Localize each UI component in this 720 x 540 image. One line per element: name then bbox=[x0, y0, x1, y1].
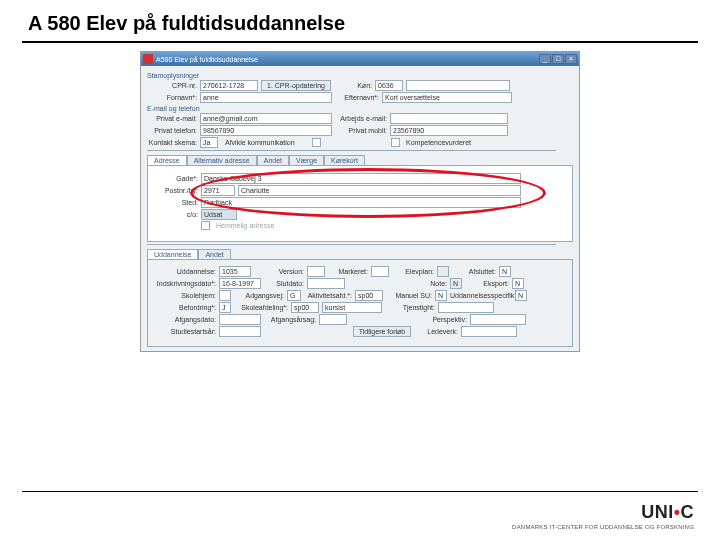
brand-uni: UNI bbox=[641, 502, 674, 522]
close-button[interactable]: × bbox=[565, 54, 577, 64]
address-tab-body: Gade*: Danske Gadevej 3 Postnr./by: 2971… bbox=[147, 165, 573, 242]
stam-group-label: Stamoplysninger bbox=[147, 72, 573, 79]
manual-input[interactable]: N bbox=[435, 290, 447, 301]
title-underline bbox=[22, 41, 698, 43]
mark-label: Markeret: bbox=[328, 268, 368, 275]
tab-adresse[interactable]: Adresse bbox=[147, 155, 187, 165]
skhj-input[interactable] bbox=[219, 290, 231, 301]
brand-dot-icon: • bbox=[674, 502, 681, 522]
hem-label: Hemmelig adresse bbox=[213, 222, 274, 229]
ledeverk-input[interactable] bbox=[461, 326, 517, 337]
kontakt-label: Kontakt skema: bbox=[147, 139, 197, 146]
cpr-input[interactable]: 270612-1728 bbox=[200, 80, 258, 91]
brand-subtitle: DANMARKS IT-CENTER FOR UDDANNELSE OG FOR… bbox=[512, 524, 694, 530]
window-buttons: _ □ × bbox=[539, 54, 577, 64]
privtlf-input[interactable]: 98567890 bbox=[200, 125, 332, 136]
tab-alt-adresse[interactable]: Alternativ adresse bbox=[187, 155, 257, 165]
cpr-update-button[interactable]: 1. CPR-opdatering bbox=[261, 80, 331, 91]
stam-panel: Stamoplysninger CPR-nr. 270612-1728 1. C… bbox=[141, 66, 579, 351]
adg-label: Adgangsvej: bbox=[234, 292, 284, 299]
afv-checkbox[interactable] bbox=[312, 138, 321, 147]
efternavn-label: Efternavn*: bbox=[335, 94, 379, 101]
kontakt-input[interactable]: Ja bbox=[200, 137, 218, 148]
privatmail-input[interactable]: anne@gmail.com bbox=[200, 113, 332, 124]
tab-vaerge[interactable]: Værge bbox=[289, 155, 324, 165]
slut-input[interactable] bbox=[307, 278, 345, 289]
kursist-input[interactable]: kursist bbox=[322, 302, 382, 313]
udd-input[interactable]: 1035 bbox=[219, 266, 251, 277]
tjenst-label: Tjenstight: bbox=[385, 304, 435, 311]
udd-label: Uddannelse: bbox=[154, 268, 216, 275]
hem-checkbox[interactable] bbox=[201, 221, 210, 230]
bef-input[interactable]: J bbox=[219, 302, 231, 313]
komp-checkbox[interactable] bbox=[391, 138, 400, 147]
kon-label: Køn: bbox=[334, 82, 372, 89]
elevplan-input[interactable] bbox=[437, 266, 449, 277]
adg-input[interactable]: G bbox=[287, 290, 301, 301]
by-input[interactable]: Charlotte bbox=[238, 185, 521, 196]
tab-udd-andet[interactable]: Andet bbox=[198, 249, 230, 259]
postnr-label: Postnr./by: bbox=[152, 187, 198, 194]
address-tabs: Adresse Alternativ adresse Andet Værge K… bbox=[147, 155, 573, 165]
ver-input[interactable] bbox=[307, 266, 325, 277]
minimize-button[interactable]: _ bbox=[539, 54, 551, 64]
efternavn-input[interactable]: Kort oversættelse bbox=[382, 92, 512, 103]
aktiv-input[interactable]: sp00 bbox=[355, 290, 383, 301]
tjenst-input[interactable] bbox=[438, 302, 494, 313]
ele-label: Eksport: bbox=[465, 280, 509, 287]
cpr-label: CPR-nr. bbox=[147, 82, 197, 89]
mail-group-label: E-mail og telefon bbox=[147, 105, 573, 112]
afsl-input[interactable]: N bbox=[499, 266, 511, 277]
arbmail-input[interactable] bbox=[390, 113, 508, 124]
tab-uddannelse[interactable]: Uddannelse bbox=[147, 249, 198, 259]
skhj-label: Skolehjem: bbox=[154, 292, 216, 299]
stud-input[interactable] bbox=[219, 326, 261, 337]
co-label: c/o: bbox=[152, 211, 198, 218]
fornavn-label: Fornavn*: bbox=[147, 94, 197, 101]
elevplan-label: Elevplan: bbox=[392, 268, 434, 275]
note-input[interactable]: N bbox=[450, 278, 462, 289]
ind-label: Indskrivningsdato*: bbox=[154, 280, 216, 287]
sted-input[interactable]: Rødback bbox=[201, 197, 521, 208]
komp-label: Kompetencevurderet bbox=[403, 139, 471, 146]
tab-korekort[interactable]: Kørekort bbox=[324, 155, 365, 165]
afsl-label: Afsluttet: bbox=[452, 268, 496, 275]
privmob-input[interactable]: 23567890 bbox=[390, 125, 508, 136]
arbmail-label: Arbejds e-mail: bbox=[335, 115, 387, 122]
co-input[interactable]: Udsat bbox=[201, 209, 237, 220]
perspektiv-label: Perspektiv: bbox=[417, 316, 467, 323]
gade-input[interactable]: Danske Gadevej 3 bbox=[201, 173, 521, 184]
ind-input[interactable]: 16-8-1997 bbox=[219, 278, 261, 289]
perspektiv-input[interactable] bbox=[470, 314, 526, 325]
footer: UNI•C DANMARKS IT-CENTER FOR UDDANNELSE … bbox=[512, 502, 694, 530]
skolespec-input[interactable]: N bbox=[515, 290, 527, 301]
maximize-button[interactable]: □ bbox=[552, 54, 564, 64]
udd-tabs: Uddannelse Andet bbox=[147, 249, 573, 259]
mark-input[interactable] bbox=[371, 266, 389, 277]
fornavn-input[interactable]: anne bbox=[200, 92, 332, 103]
app-icon bbox=[143, 54, 153, 64]
stud-label: Studiestartsår: bbox=[154, 328, 216, 335]
skoleafd-input[interactable]: sp00 bbox=[291, 302, 319, 313]
app-window: A580 Elev på fuldtidsuddannelse _ □ × St… bbox=[140, 51, 580, 352]
skoleafd-label: Skoleafdeling*: bbox=[234, 304, 288, 311]
slide-title: A 580 Elev på fuldtidsuddannelse bbox=[0, 0, 720, 41]
sted-label: Sted: bbox=[152, 199, 198, 206]
afgaars-input[interactable] bbox=[319, 314, 347, 325]
divider-2 bbox=[147, 244, 556, 245]
afgaars-label: Afgangsårsag: bbox=[264, 316, 316, 323]
ledeverk-label: Ledeverk: bbox=[414, 328, 458, 335]
tab-andet[interactable]: Andet bbox=[257, 155, 289, 165]
brand-logo: UNI•C bbox=[512, 502, 694, 523]
afg-input[interactable] bbox=[219, 314, 261, 325]
privtlf-label: Privat telefon: bbox=[147, 127, 197, 134]
kon-text[interactable] bbox=[406, 80, 510, 91]
skolespec-label: Uddannelsesspecifik: bbox=[450, 292, 512, 299]
aktiv-label: Aktivitetsafd.*: bbox=[304, 292, 352, 299]
postnr-input[interactable]: 2971 bbox=[201, 185, 235, 196]
slut-label: Slutdato: bbox=[264, 280, 304, 287]
kon-input[interactable]: 0636 bbox=[375, 80, 403, 91]
window-title: A580 Elev på fuldtidsuddannelse bbox=[156, 56, 539, 63]
ele-input[interactable]: N bbox=[512, 278, 524, 289]
tidl-button[interactable]: Tidligere forløb bbox=[353, 326, 411, 337]
